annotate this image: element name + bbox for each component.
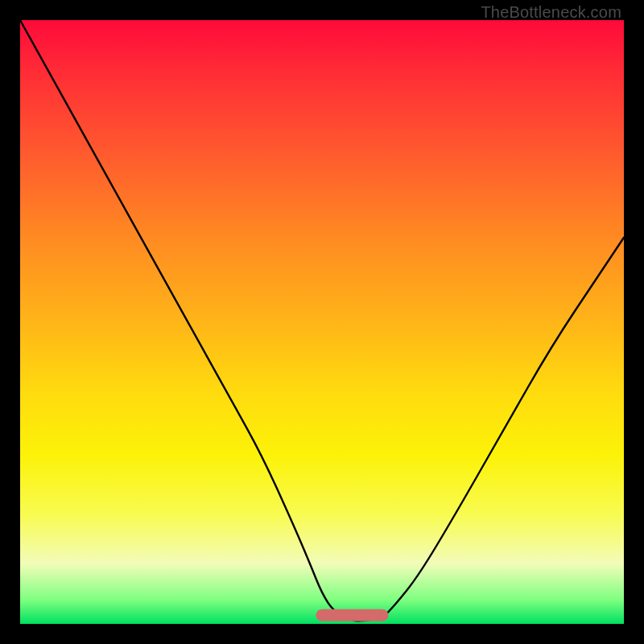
plot-area (20, 20, 624, 624)
chart-frame: TheBottleneck.com (0, 0, 644, 644)
curve-layer (20, 20, 624, 624)
bottleneck-curve (20, 20, 624, 621)
watermark-text: TheBottleneck.com (481, 3, 621, 22)
